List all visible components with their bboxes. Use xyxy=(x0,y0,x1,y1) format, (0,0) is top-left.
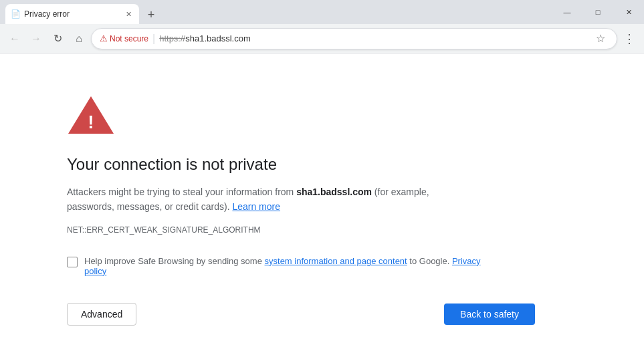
url-domain: sha1.badssl.com xyxy=(185,33,251,43)
not-secure-label: Not secure xyxy=(110,34,148,43)
error-hostname: sha1.badssl.com xyxy=(296,187,372,197)
svg-text:!: ! xyxy=(88,112,94,132)
address-bar[interactable]: ⚠ Not secure | https://sha1.badssl.com ☆ xyxy=(91,28,617,49)
minimize-button[interactable]: — xyxy=(552,0,582,24)
url-prefix: https:// xyxy=(159,33,185,43)
address-separator: | xyxy=(152,33,155,45)
forward-button[interactable]: → xyxy=(27,29,45,48)
not-secure-badge: ⚠ Not secure xyxy=(100,33,148,43)
maximize-button[interactable]: □ xyxy=(582,0,613,24)
menu-button[interactable]: ⋮ xyxy=(620,29,639,48)
description-before: Attackers might be trying to steal your … xyxy=(67,187,296,197)
address-url: https://sha1.badssl.com xyxy=(159,33,251,43)
learn-more-link[interactable]: Learn more xyxy=(232,201,280,212)
action-buttons: Advanced Back to safety xyxy=(67,303,535,326)
bookmark-button[interactable]: ☆ xyxy=(593,31,609,47)
title-bar: 📄 Privacy error ✕ + — □ ✕ xyxy=(0,0,644,24)
window-controls: — □ ✕ xyxy=(552,0,644,24)
error-description: Attackers might be trying to steal your … xyxy=(67,185,468,215)
active-tab[interactable]: 📄 Privacy error ✕ xyxy=(5,4,139,24)
new-tab-button[interactable]: + xyxy=(142,5,160,24)
advanced-button[interactable]: Advanced xyxy=(67,303,136,326)
toolbar: ← → ↻ ⌂ ⚠ Not secure | https://sha1.bads… xyxy=(0,24,644,53)
safe-browsing-after: to Google. xyxy=(407,256,450,266)
safe-browsing-link[interactable]: system information and page content xyxy=(265,256,407,266)
close-button[interactable]: ✕ xyxy=(613,0,644,24)
safe-browsing-before: Help improve Safe Browsing by sending so… xyxy=(84,256,265,266)
safe-browsing-row: Help improve Safe Browsing by sending so… xyxy=(67,256,481,276)
warning-icon: ⚠ xyxy=(100,33,108,43)
error-triangle-icon: ! xyxy=(67,94,115,136)
error-page: ! Your connection is not private Attacke… xyxy=(0,53,644,363)
error-title: Your connection is not private xyxy=(67,155,577,174)
tab-page-icon: 📄 xyxy=(11,9,20,19)
refresh-button[interactable]: ↻ xyxy=(48,29,67,48)
tab-close-button[interactable]: ✕ xyxy=(123,9,134,19)
tab-strip: 📄 Privacy error ✕ + xyxy=(0,0,160,24)
back-to-safety-button[interactable]: Back to safety xyxy=(444,304,535,325)
error-code: NET::ERR_CERT_WEAK_SIGNATURE_ALGORITHM xyxy=(67,225,577,235)
back-button[interactable]: ← xyxy=(5,29,24,48)
tab-title: Privacy error xyxy=(24,9,70,19)
safe-browsing-text: Help improve Safe Browsing by sending so… xyxy=(84,256,481,276)
home-button[interactable]: ⌂ xyxy=(70,29,88,48)
safe-browsing-checkbox[interactable] xyxy=(67,257,78,267)
